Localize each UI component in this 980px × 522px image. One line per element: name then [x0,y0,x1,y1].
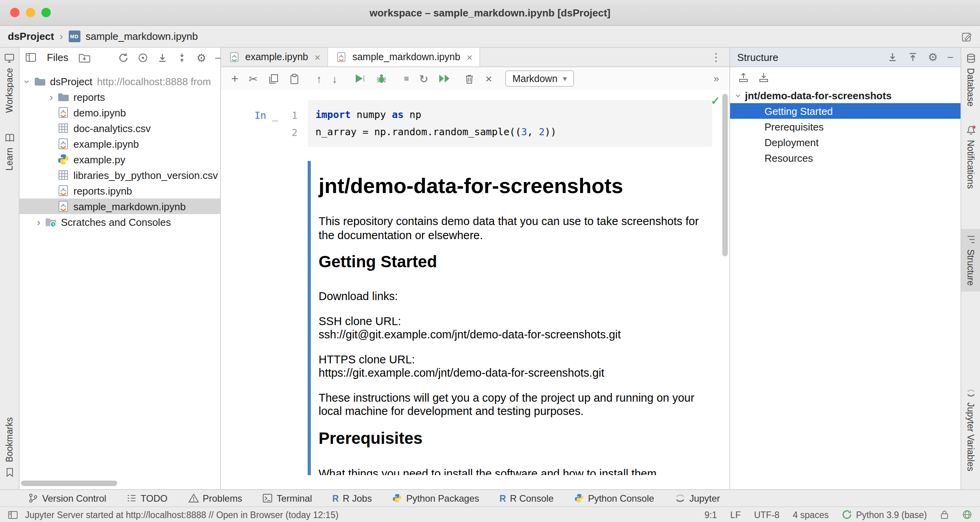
chevron-right-icon[interactable]: › [45,92,57,102]
chevron-right-icon[interactable]: › [33,217,45,227]
tree-row-libraries-csv[interactable]: libraries_by_python_version.csv [20,167,220,183]
vertical-scrollbar[interactable] [722,94,728,256]
settings-gear-icon[interactable]: ⚙ [196,52,206,63]
copy-cell-icon[interactable] [268,73,279,84]
caret-position[interactable]: 9:1 [704,510,717,519]
files-panel-title[interactable]: Files [47,52,68,63]
restart-kernel-icon[interactable]: ↻ [419,73,428,84]
markdown-cell[interactable]: jnt/demo-data-for-screenshots This repos… [308,161,712,475]
delete-cell-icon[interactable] [464,73,475,84]
toolbar-python-console[interactable]: Python Console [574,493,654,504]
toolbar-label: Version Control [42,493,106,504]
clear-outputs-icon[interactable]: × [485,73,492,84]
notebook-file-icon [57,184,69,197]
title-bar: workspace – sample_markdown.ipynb [dsPro… [0,0,980,26]
tree-row-doc-analytics-csv[interactable]: doc-analytics.csv [20,120,220,136]
tab-label: sample_markdown.ipynb [352,52,460,63]
close-tab-icon[interactable]: × [314,51,320,63]
refresh-icon[interactable] [118,52,129,63]
move-cell-down-icon[interactable]: ↓ [332,73,337,84]
horizontal-scrollbar[interactable] [21,481,117,486]
edit-source-icon[interactable] [961,31,972,42]
stripe-item-bookmarks[interactable]: Bookmarks [5,412,14,483]
add-cell-icon[interactable]: + [231,72,239,85]
select-opened-file-icon[interactable] [78,51,91,64]
toolbar-problems[interactable]: Problems [188,493,242,504]
toolbar-todo[interactable]: TODO [127,493,167,504]
file-encoding[interactable]: UTF-8 [754,510,779,519]
minimize-window-button[interactable] [26,8,35,17]
structure-row-resources[interactable]: Resources [730,150,960,166]
autoscroll-to-source-icon[interactable] [738,72,749,83]
paste-cell-icon[interactable] [289,73,300,84]
breadcrumb-project[interactable]: dsProject [8,30,54,42]
close-window-button[interactable] [10,8,20,17]
locate-target-icon[interactable] [138,52,149,63]
toolbar-terminal[interactable]: Terminal [262,493,312,504]
toolbar-r-jobs[interactable]: R R Jobs [332,493,372,504]
stripe-item-learn[interactable]: Learn [4,128,14,177]
structure-row-prerequisites[interactable]: Prerequisites [730,119,960,134]
chevron-down-icon[interactable]: › [22,76,34,86]
tool-window-icon[interactable] [25,52,37,63]
toolbar-label: Python Packages [406,493,479,504]
tree-row-example-py[interactable]: example.py [20,152,220,167]
structure-row-getting-started[interactable]: Getting Started [730,103,960,119]
autoscroll-from-source-icon[interactable] [758,72,769,83]
breadcrumb-file[interactable]: sample_markdown.ipynb [86,30,198,42]
status-message[interactable]: Jupyter Server started at http://localho… [25,510,339,519]
indent-style[interactable]: 4 spaces [793,510,829,519]
zoom-window-button[interactable] [41,8,51,17]
tool-window-switcher-icon[interactable] [8,510,18,519]
tree-row-scratches[interactable]: › Scratches and Consoles [20,214,220,230]
collapse-all-icon[interactable] [908,52,919,63]
tree-row-dsproject[interactable]: › dsProject http://localhost:8888 from [20,73,220,89]
tree-row-example-ipynb[interactable]: example.ipynb [20,136,220,152]
line-separator[interactable]: LF [730,510,741,519]
tab-example-ipynb[interactable]: example.ipynb × [221,48,328,66]
interpreter-selector[interactable]: Python 3.9 (base) [842,509,927,520]
more-toolbar-actions-icon[interactable]: » [714,73,719,84]
stripe-item-notifications[interactable]: Notifications [966,120,976,194]
run-all-cells-icon[interactable] [438,73,451,84]
structure-row-root[interactable]: › jnt/demo-data-for-screenshots [730,88,960,103]
settings-gear-icon[interactable]: ⚙ [928,52,938,63]
lock-icon[interactable] [940,509,949,520]
move-cell-up-icon[interactable]: ↑ [316,73,322,84]
line-number: 2 [291,126,298,138]
hide-panel-icon[interactable]: − [947,52,953,63]
stripe-item-database[interactable]: Database [966,48,976,112]
tree-row-sample-markdown-ipynb[interactable]: sample_markdown.ipynb [20,198,220,214]
stripe-item-workspace[interactable]: Workspace [4,48,15,118]
tree-row-reports-folder[interactable]: › reports [20,89,220,105]
chevron-down-icon[interactable]: › [733,90,745,100]
line-number: 1 [291,109,298,121]
cell-type-dropdown[interactable]: Markdown ▾ [505,70,574,87]
toolbar-jupyter[interactable]: Jupyter [674,493,720,504]
interrupt-kernel-icon[interactable]: ■ [404,74,409,83]
expand-all-icon[interactable] [887,52,898,63]
stripe-item-structure[interactable]: Structure [961,229,980,291]
run-cell-icon[interactable] [354,73,365,84]
toolbar-label: R Console [510,493,554,504]
notebook-file-icon [57,200,69,213]
structure-row-deployment[interactable]: Deployment [730,134,960,150]
collapse-all-icon[interactable] [177,52,188,63]
notebook-file-icon [335,51,347,63]
toolbar-python-packages[interactable]: Python Packages [392,493,479,504]
cut-cell-icon[interactable]: ✂ [249,73,258,84]
tab-options-kebab-icon[interactable]: ⋮ [711,51,729,63]
toolbar-r-console[interactable]: R R Console [499,493,554,504]
tree-row-reports-ipynb[interactable]: reports.ipynb [20,183,220,198]
stripe-item-jupyter-variables[interactable]: Jupyter Variables [966,383,976,477]
hide-panel-icon[interactable]: − [215,52,221,63]
structure-header: Structure ⚙ − [730,48,960,67]
tree-row-demo-ipynb[interactable]: demo.ipynb [20,105,220,120]
debug-cell-icon[interactable] [376,73,387,84]
tab-sample-markdown-ipynb[interactable]: sample_markdown.ipynb × [328,48,480,66]
expand-all-icon[interactable] [157,52,168,63]
network-globe-icon[interactable] [962,509,972,520]
close-tab-icon[interactable]: × [467,51,472,63]
toolbar-version-control[interactable]: Version Control [28,493,106,504]
code-cell-editor[interactable]: import numpy as npn_array = np.random.ra… [308,100,712,147]
